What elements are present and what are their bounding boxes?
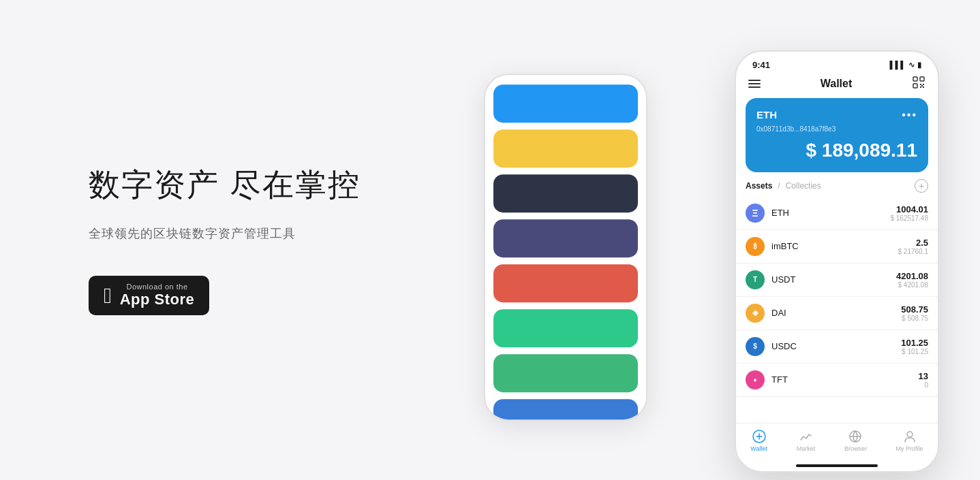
app-store-label: App Store xyxy=(120,291,195,308)
color-card-red xyxy=(493,264,638,302)
tab-collectibles[interactable]: Collecties xyxy=(786,181,821,191)
btn-text-container: Download on the App Store xyxy=(120,283,195,308)
eth-balance-info: 1004.01 $ 162517.48 xyxy=(890,204,928,222)
eth-more-icon[interactable]: ••• xyxy=(902,109,917,121)
assets-header: Assets / Collecties + xyxy=(736,172,938,197)
eth-usd: $ 162517.48 xyxy=(890,214,928,222)
color-card-purple xyxy=(493,219,638,257)
dai-name: DAI xyxy=(771,308,901,318)
asset-item-imbtc[interactable]: ₿ imBTC 2.5 $ 21760.1 xyxy=(736,230,938,263)
page-container: 数字资产 尽在掌控 全球领先的区块链数字资产管理工具  Download on… xyxy=(0,0,980,480)
usdc-icon: $ xyxy=(746,337,765,356)
tab-assets[interactable]: Assets xyxy=(746,181,772,191)
nav-wallet[interactable]: Wallet xyxy=(750,429,767,452)
browser-nav-icon xyxy=(848,429,863,444)
imbtc-usd: $ 21760.1 xyxy=(898,248,929,255)
tft-name: TFT xyxy=(771,374,919,385)
eth-icon: Ξ xyxy=(746,204,765,223)
market-nav-label: Market xyxy=(797,445,816,452)
usdc-usd: $ 101.25 xyxy=(901,348,928,355)
dai-balance-info: 508.75 $ 508.75 xyxy=(901,304,928,322)
tft-amount: 13 xyxy=(919,371,928,381)
imbtc-icon: ₿ xyxy=(746,237,765,256)
asset-item-usdt[interactable]: T USDT 4201.08 $ 4201.08 xyxy=(736,263,938,297)
tft-balance-info: 13 0 xyxy=(919,371,928,389)
usdt-balance-info: 4201.08 $ 4201.08 xyxy=(896,271,928,289)
imbtc-amount: 2.5 xyxy=(898,238,929,248)
usdt-amount: 4201.08 xyxy=(896,271,928,281)
nav-title: Wallet xyxy=(821,78,853,90)
svg-rect-2 xyxy=(913,84,917,88)
hamburger-menu[interactable] xyxy=(748,80,761,88)
usdc-name: USDC xyxy=(771,341,901,351)
asset-item-tft[interactable]: ♦ TFT 13 0 xyxy=(736,364,938,397)
main-title: 数字资产 尽在掌控 xyxy=(89,165,423,206)
wallet-nav-label: Wallet xyxy=(750,445,767,452)
svg-rect-1 xyxy=(920,77,924,81)
assets-tabs: Assets / Collecties xyxy=(746,181,821,191)
usdc-balance-info: 101.25 $ 101.25 xyxy=(901,338,928,355)
eth-card[interactable]: ETH ••• 0x08711d3b...8418a7f8e3 $ 189,08… xyxy=(746,98,928,172)
eth-card-header: ETH ••• xyxy=(756,109,917,121)
color-card-green2 xyxy=(493,354,638,392)
hamburger-line2 xyxy=(748,83,761,84)
scan-icon[interactable] xyxy=(912,76,925,93)
nav-browser[interactable]: Browser xyxy=(844,429,867,452)
battery-icon: ▮ xyxy=(917,61,921,69)
tft-usd: 0 xyxy=(919,381,928,389)
profile-nav-label: My Profile xyxy=(896,445,923,452)
eth-symbol: ETH xyxy=(756,109,777,121)
hamburger-line1 xyxy=(748,80,761,81)
left-section: 数字资产 尽在掌控 全球领先的区块链数字资产管理工具  Download on… xyxy=(0,165,423,316)
status-time: 9:41 xyxy=(752,60,770,70)
dai-usd: $ 508.75 xyxy=(901,315,928,322)
usdt-name: USDT xyxy=(771,274,896,285)
eth-amount: 1004.01 xyxy=(890,204,928,214)
hamburger-line3 xyxy=(748,86,761,88)
download-on-label: Download on the xyxy=(120,283,195,291)
usdt-usd: $ 4201.08 xyxy=(896,281,928,289)
sub-title: 全球领先的区块链数字资产管理工具 xyxy=(89,225,423,242)
status-icons: ▌▌▌ ∿ ▮ xyxy=(890,61,921,69)
color-card-dark xyxy=(493,174,638,212)
asset-item-dai[interactable]: ◈ DAI 508.75 $ 508.75 xyxy=(736,297,938,330)
color-card-blue2 xyxy=(493,399,638,421)
nav-profile[interactable]: My Profile xyxy=(896,429,923,452)
eth-balance: $ 189,089.11 xyxy=(756,140,917,161)
wallet-nav-icon xyxy=(752,429,767,444)
usdc-amount: 101.25 xyxy=(901,338,928,348)
imbtc-balance-info: 2.5 $ 21760.1 xyxy=(898,238,929,255)
color-card-blue xyxy=(493,84,638,123)
imbtc-name: imBTC xyxy=(771,241,898,251)
add-asset-icon[interactable]: + xyxy=(915,179,928,193)
svg-point-5 xyxy=(907,432,913,437)
usdt-icon: T xyxy=(746,270,765,289)
status-bar: 9:41 ▌▌▌ ∿ ▮ xyxy=(736,52,938,73)
market-nav-icon xyxy=(798,429,813,444)
phone-back xyxy=(484,74,647,421)
app-store-button[interactable]:  Download on the App Store xyxy=(89,276,209,315)
nav-market[interactable]: Market xyxy=(797,429,816,452)
tft-icon: ♦ xyxy=(746,370,765,389)
phone-front: 9:41 ▌▌▌ ∿ ▮ Wallet xyxy=(735,50,939,473)
wifi-icon: ∿ xyxy=(908,61,915,69)
asset-list: Ξ ETH 1004.01 $ 162517.48 ₿ imBTC 2.5 $ … xyxy=(736,197,938,423)
browser-nav-label: Browser xyxy=(844,445,867,452)
svg-rect-0 xyxy=(913,77,917,81)
right-section: 9:41 ▌▌▌ ∿ ▮ Wallet xyxy=(423,0,980,480)
phone-navbar: Wallet xyxy=(736,73,938,98)
asset-item-eth[interactable]: Ξ ETH 1004.01 $ 162517.48 xyxy=(736,197,938,230)
home-indicator xyxy=(796,464,878,467)
signal-icon: ▌▌▌ xyxy=(890,61,906,69)
phone-bottom-nav: Wallet Market xyxy=(736,423,938,462)
dai-amount: 508.75 xyxy=(901,304,928,315)
color-card-green1 xyxy=(493,309,638,347)
eth-name: ETH xyxy=(771,208,890,218)
dai-icon: ◈ xyxy=(746,304,765,323)
profile-nav-icon xyxy=(902,429,917,444)
asset-item-usdc[interactable]: $ USDC 101.25 $ 101.25 xyxy=(736,330,938,364)
eth-address: 0x08711d3b...8418a7f8e3 xyxy=(756,125,917,133)
apple-icon:  xyxy=(104,285,112,306)
color-card-yellow xyxy=(493,129,638,167)
